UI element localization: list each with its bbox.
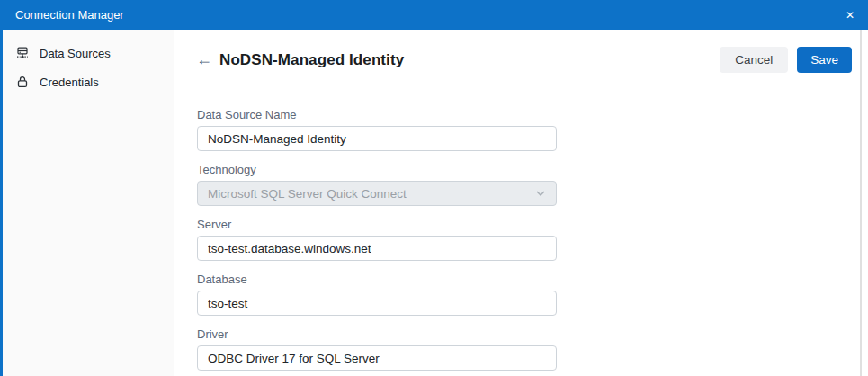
titlebar: Connection Manager ✕ xyxy=(0,0,868,30)
save-button[interactable]: Save xyxy=(797,47,852,73)
header-actions: Cancel Save xyxy=(720,47,852,73)
data-source-name-input[interactable] xyxy=(197,126,557,151)
page-header: ← NoDSN-Managed Identity Cancel Save xyxy=(196,47,852,73)
scrollbar-track[interactable] xyxy=(860,30,868,376)
close-icon[interactable]: ✕ xyxy=(846,10,855,21)
form-group-database: Database xyxy=(197,273,860,316)
sidebar: Data Sources Credentials xyxy=(3,30,174,376)
window-body: Data Sources Credentials ← NoDSN-Managed… xyxy=(0,30,868,376)
form-group-technology: Technology Microsoft SQL Server Quick Co… xyxy=(197,164,860,206)
database-network-icon xyxy=(15,46,30,60)
cancel-button[interactable]: Cancel xyxy=(720,47,788,73)
connection-manager-window: Connection Manager ✕ Data Source xyxy=(0,0,868,376)
field-label-server: Server xyxy=(197,219,860,231)
server-input[interactable] xyxy=(197,236,557,261)
back-arrow-icon[interactable]: ← xyxy=(196,51,212,69)
page-title: NoDSN-Managed Identity xyxy=(219,51,404,69)
technology-select-value: Microsoft SQL Server Quick Connect xyxy=(208,187,407,201)
sidebar-item-data-sources[interactable]: Data Sources xyxy=(3,39,174,67)
database-input[interactable] xyxy=(197,291,557,316)
data-source-form: Data Source Name Technology Microsoft SQ… xyxy=(197,109,860,371)
sidebar-item-credentials[interactable]: Credentials xyxy=(3,67,174,96)
window-title: Connection Manager xyxy=(15,8,124,22)
sidebar-item-label: Credentials xyxy=(40,76,99,89)
driver-input[interactable] xyxy=(197,345,557,371)
technology-select: Microsoft SQL Server Quick Connect xyxy=(197,181,557,206)
field-label-database: Database xyxy=(197,273,860,286)
sidebar-item-label: Data Sources xyxy=(40,47,111,60)
lock-icon xyxy=(15,75,30,89)
chevron-down-icon xyxy=(535,190,546,197)
field-label-driver: Driver xyxy=(197,328,860,341)
main-panel: ← NoDSN-Managed Identity Cancel Save Dat… xyxy=(174,30,860,376)
field-label-data-source-name: Data Source Name xyxy=(197,109,860,121)
form-group-driver: Driver xyxy=(197,328,860,371)
field-label-technology: Technology xyxy=(197,164,860,176)
form-group-data-source-name: Data Source Name xyxy=(197,109,860,151)
form-group-server: Server xyxy=(197,219,860,261)
